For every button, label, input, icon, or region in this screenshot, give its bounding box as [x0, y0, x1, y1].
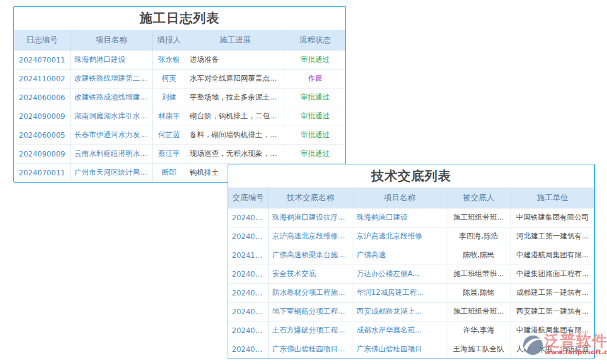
disclosure-project-link[interactable]: 珠海鹤港口建设: [353, 208, 447, 227]
fanpu-watermark: 泛普软件 www.fanpusoft.com: [523, 333, 607, 356]
disclosure-project-link[interactable]: 广佛高速: [353, 246, 447, 265]
disclosure-name-link[interactable]: 广东佛山碧桂园项目人防...: [268, 340, 353, 359]
construction-log-panel: 施工日志列表 日志编号 项目名称 填报人 施工进展 流程状态 202407001…: [13, 6, 346, 183]
disclosure-table-row: 2024040001防水卷材分项工程施工技...华润12城房建工程...陈晨,陈…: [228, 283, 594, 302]
disclosure-unit-text: 中国铁建集团有限公司: [510, 208, 594, 227]
log-col-header-id: 日志编号: [14, 30, 70, 50]
log-status-link[interactable]: 审批通过: [285, 88, 345, 107]
disclosure-unit-text: 中建港航局集团有限...: [510, 246, 594, 265]
log-col-header-status: 流程状态: [285, 30, 345, 50]
disclosure-table-row: 2024010002地下室钢筋分项工程施工...西安成都路龙湖上...施工班组带…: [228, 302, 594, 321]
disclosure-id-link[interactable]: 2024110001: [228, 246, 268, 265]
disclosure-unit-text: 中建集团路面工程有...: [510, 265, 594, 283]
disclosure-table-row: 2024010003安全技术交底万达办公楼左侧A...施工班组带班...中建集团…: [228, 265, 594, 283]
log-project-link[interactable]: 改建铁路线增建第二线直...: [70, 69, 152, 88]
technical-disclosure-panel: 技术交底列表 交底编号 技术交底名称 项目名称 被交底人 施工单位 202401…: [228, 164, 595, 359]
log-reporter-link[interactable]: 断郎: [152, 163, 186, 182]
disclosure-name-link[interactable]: 广佛高速桥梁承台施工技...: [268, 246, 353, 265]
log-status-link[interactable]: 审批通过: [285, 107, 345, 126]
log-project-link[interactable]: 广州市天河区统计局机房...: [70, 163, 152, 182]
disclosure-name-link[interactable]: 安全技术交底: [268, 265, 353, 283]
disclosure-header-row: 交底编号 技术交底名称 项目名称 被交底人 施工单位: [228, 187, 594, 208]
construction-log-table: 日志编号 项目名称 填报人 施工进展 流程状态 2024070011珠海鹤港口建…: [14, 30, 345, 182]
disclosure-receiver-text: 陈晨,陈铭: [447, 283, 510, 302]
disclosure-col-header-id: 交底编号: [228, 187, 268, 208]
disclosure-receiver-text: 施工班组带班...: [447, 265, 510, 283]
log-table-row: 2024060006改建铁路成渝线增建第二...刘健平整场地，拉走多余泥土15.…: [14, 88, 345, 107]
fanpu-watermark-text: 泛普软件 www.fanpusoft.com: [544, 333, 607, 356]
disclosure-id-link[interactable]: 2024010002: [228, 321, 268, 340]
log-table-row: 2024090009云南水利枢纽潜明水库一...蔡江平现场巡查，无积水现象，水.…: [14, 144, 345, 163]
disclosure-name-link[interactable]: 土石方爆破分项工程施工...: [268, 321, 353, 340]
log-project-link[interactable]: 改建铁路成渝线增建第二...: [70, 88, 152, 107]
disclosure-col-header-unit: 施工单位: [510, 187, 594, 208]
log-project-link[interactable]: 长春市伊通河水力发电厂...: [70, 126, 152, 144]
log-reporter-link[interactable]: 林康平: [152, 107, 186, 126]
fanpu-brand-text: 泛普软件: [544, 333, 607, 349]
log-id-link[interactable]: 2024090009: [14, 144, 70, 163]
disclosure-receiver-text: 陈牧,陈民: [447, 246, 510, 265]
disclosure-project-link[interactable]: 京沪高速北京段维修: [353, 227, 447, 246]
log-progress-text: 砌台阶，钩机排土，二包砌...: [186, 107, 285, 126]
disclosure-id-link[interactable]: 2024010003: [228, 265, 268, 283]
disclosure-unit-text: 西安建工第一建筑有...: [510, 302, 594, 321]
log-progress-text: 平整场地，拉走多余泥土15...: [186, 88, 285, 107]
log-reporter-link[interactable]: 张永银: [152, 50, 186, 69]
disclosure-table-row: 2024010004京沪高速北京段维修桩帽...京沪高速北京段维修李四海,陈浩河…: [228, 227, 594, 246]
fanpu-url-text: www.fanpusoft.com: [544, 349, 607, 356]
disclosure-name-link[interactable]: 防水卷材分项工程施工技...: [268, 283, 353, 302]
technical-disclosure-title: 技术交底列表: [228, 164, 594, 187]
log-id-link[interactable]: 2024060005: [14, 126, 70, 144]
log-col-header-progress: 施工进展: [186, 30, 285, 50]
log-reporter-link[interactable]: 蔡江平: [152, 144, 186, 163]
log-table-row: 2024110002改建铁路线增建第二线直...柯英水车对全线遮阳网覆盖点进..…: [14, 69, 345, 88]
log-reporter-link[interactable]: 柯英: [152, 69, 186, 88]
log-reporter-link[interactable]: 何芷茵: [152, 126, 186, 144]
disclosure-receiver-text: 李四海,陈浩: [447, 227, 510, 246]
construction-log-title: 施工日志列表: [14, 7, 345, 30]
log-status-link[interactable]: 审批通过: [285, 126, 345, 144]
log-progress-text: 水车对全线遮阳网覆盖点进...: [186, 69, 285, 88]
log-project-link[interactable]: 珠海鹤港口建设: [70, 50, 152, 69]
log-id-link[interactable]: 2024110002: [14, 69, 70, 88]
disclosure-project-link[interactable]: 成都水岸华庭名苑...: [353, 321, 447, 340]
log-status-link[interactable]: 审批通过: [285, 144, 345, 163]
disclosure-project-link[interactable]: 西安成都路龙湖上...: [353, 302, 447, 321]
disclosure-unit-text: 河北建工第一建筑有...: [510, 227, 594, 246]
log-id-link[interactable]: 2024060006: [14, 88, 70, 107]
disclosure-project-link[interactable]: 广东佛山碧桂园项目: [353, 340, 447, 359]
disclosure-table-row: 2024110001广佛高速桥梁承台施工技...广佛高速陈牧,陈民中建港航局集团…: [228, 246, 594, 265]
log-header-row: 日志编号 项目名称 填报人 施工进展 流程状态: [14, 30, 345, 50]
log-progress-text: 现场巡查，无积水现象，水...: [186, 144, 285, 163]
disclosure-receiver-text: 王海施工队全队: [447, 340, 510, 359]
disclosure-col-header-project: 项目名称: [353, 187, 447, 208]
log-id-link[interactable]: 2024090009: [14, 107, 70, 126]
disclosure-id-link[interactable]: 2024010003: [228, 208, 268, 227]
log-project-link[interactable]: 湖南洞庭湖水库引水工程...: [70, 107, 152, 126]
log-table-row: 2024070011珠海鹤港口建设张永银进场准备审批通过: [14, 50, 345, 69]
log-id-link[interactable]: 2024070011: [14, 163, 70, 182]
disclosure-name-link[interactable]: 京沪高速北京段维修桩帽...: [268, 227, 353, 246]
disclosure-col-header-receiver: 被交底人: [447, 187, 510, 208]
disclosure-id-link[interactable]: 2024010001: [228, 340, 268, 359]
log-col-header-project: 项目名称: [70, 30, 152, 50]
disclosure-project-link[interactable]: 华润12城房建工程...: [353, 283, 447, 302]
disclosure-receiver-text: 施工班组带班...: [447, 208, 510, 227]
disclosure-name-link[interactable]: 地下室钢筋分项工程施工...: [268, 302, 353, 321]
log-col-header-reporter: 填报人: [152, 30, 186, 50]
disclosure-id-link[interactable]: 2024010004: [228, 227, 268, 246]
log-progress-text: 进场准备: [186, 50, 285, 69]
log-id-link[interactable]: 2024070011: [14, 50, 70, 69]
log-table-row: 2024090009湖南洞庭湖水库引水工程...林康平砌台阶，钩机排土，二包砌.…: [14, 107, 345, 126]
log-reporter-link[interactable]: 刘健: [152, 88, 186, 107]
log-status-link[interactable]: 审批通过: [285, 50, 345, 69]
log-project-link[interactable]: 云南水利枢纽潜明水库一...: [70, 144, 152, 163]
disclosure-project-link[interactable]: 万达办公楼左侧A...: [353, 265, 447, 283]
disclosure-receiver-text: 施工班组带班...: [447, 302, 510, 321]
disclosure-name-link[interactable]: 珠海鹤港口建设抗浮锚杆...: [268, 208, 353, 227]
log-table-row: 2024060005长春市伊通河水力发电厂...何芷茵备料，砌间墙钩机排土，瓦.…: [14, 126, 345, 144]
disclosure-id-link[interactable]: 2024010002: [228, 302, 268, 321]
log-progress-text: 备料，砌间墙钩机排土，瓦...: [186, 126, 285, 144]
log-status-link[interactable]: 作废: [285, 69, 345, 88]
disclosure-id-link[interactable]: 2024040001: [228, 283, 268, 302]
